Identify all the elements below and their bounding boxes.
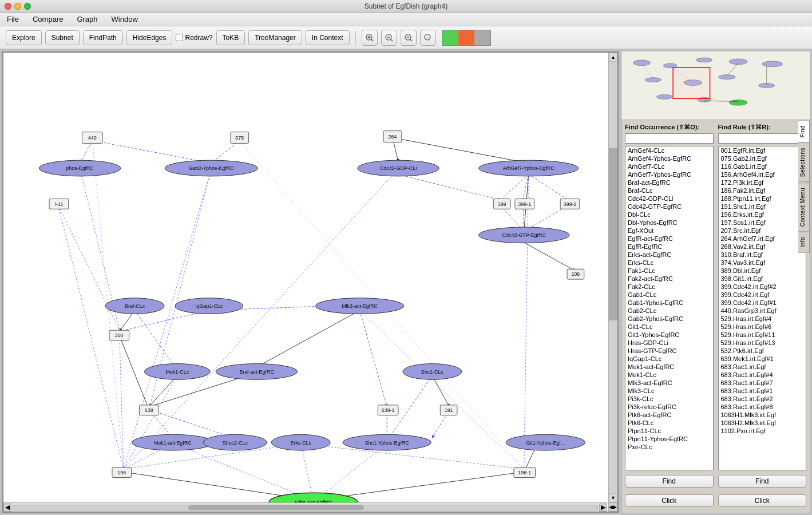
occurrence-list-item[interactable]: Gab1-Yphos-EgfRC (625, 299, 713, 307)
zoom-fit-button[interactable] (401, 30, 417, 46)
rule-list-item[interactable]: 532.Ptk6.irt.Egf (719, 347, 806, 355)
treemanager-button[interactable]: TreeManager (248, 30, 302, 45)
swatch-orange[interactable] (458, 30, 474, 45)
find-rule-input[interactable] (718, 133, 807, 144)
explore-button[interactable]: Explore (6, 30, 42, 45)
rule-list[interactable]: 001.EgfR.irt.Egf075.Gab2.irt.Egf116.Gab1… (718, 146, 807, 470)
rule-list-item[interactable]: 156.ArhGef4.irt.Egf (719, 171, 806, 179)
occurrence-list-item[interactable]: Hras-GTP-EgfRC (625, 347, 713, 355)
tab-selections[interactable]: Selections (798, 142, 810, 182)
window-controls[interactable] (5, 3, 31, 10)
rule-list-item[interactable]: 191.Shc1.irt.Egf (719, 203, 806, 211)
occurrence-list-item[interactable]: Braf-act-EgfRC (625, 179, 713, 187)
occurrence-list-item[interactable]: Ptpn11-Yphos-EgfRC (625, 435, 713, 443)
rule-list-item[interactable]: 1063H2.Mlk3.irt.Egf (719, 419, 806, 427)
swatch-green[interactable] (442, 30, 458, 45)
occurrence-list-item[interactable]: Fak1-CLc (625, 267, 713, 275)
zoom-in-button[interactable] (362, 30, 378, 46)
occurrence-list-item[interactable]: Mlk3-CLc (625, 387, 713, 395)
rule-list-item[interactable]: 683.Rac1.irt.Egf#2 (719, 395, 806, 403)
scroll-track-v[interactable] (609, 62, 617, 493)
tab-info[interactable]: Info (798, 232, 810, 253)
occurrence-list-item[interactable]: Cdc42-GTP-EgfRC (625, 203, 713, 211)
rule-list-item[interactable]: 207.Src.irt.Egf (719, 227, 806, 235)
occurrence-list-item[interactable]: Gab2-CLc (625, 307, 713, 315)
find-occurrence-button[interactable]: Find (625, 475, 714, 488)
scroll-thumb-v[interactable] (609, 148, 617, 321)
rule-list-item[interactable]: 529.Hras.irt.Egf#4 (719, 315, 806, 323)
findpath-button[interactable]: FindPath (83, 30, 123, 45)
occurrence-list-item[interactable]: Gab1-CLc (625, 291, 713, 299)
occurrence-list-item[interactable]: Git1-CLc (625, 323, 713, 331)
occurrence-list-item[interactable]: Dbl-CLc (625, 211, 713, 219)
occurrence-list-item[interactable]: Git1-Yphos-EgfRC (625, 331, 713, 339)
occurrence-list-item[interactable]: Mek1-act-EgfRC (625, 363, 713, 371)
rule-list-item[interactable]: 683.Rac1.irt.Egf#7 (719, 379, 806, 387)
menu-file[interactable]: File (5, 14, 21, 25)
occurrence-list[interactable]: ArhGef4-CLcArhGef4-Yphos-EgfRCArhGef7-CL… (625, 146, 714, 470)
find-occurrence-input[interactable] (625, 133, 714, 144)
rule-list-item[interactable]: 398.Git1.irt.Egf (719, 275, 806, 283)
rule-list-item[interactable]: 399.Cdc42.irt.Egf (719, 291, 806, 299)
menu-compare[interactable]: Compare (30, 14, 65, 25)
scroll-left-button[interactable]: ◀ (3, 504, 11, 512)
occurrence-list-item[interactable]: EgfR-EgfRC (625, 243, 713, 251)
rule-list-item[interactable]: 116.Gab1.irt.Egf (719, 163, 806, 171)
vertical-scrollbar[interactable]: ▲ ▼ (608, 53, 617, 502)
occurrence-list-item[interactable]: IqGap1-CLc (625, 355, 713, 363)
subnet-button[interactable]: Subnet (45, 30, 80, 45)
rule-list-item[interactable]: 399.Cdc42.irt.Egf#2 (719, 283, 806, 291)
occurrence-list-item[interactable]: Gab2-Yphos-EgfRC (625, 315, 713, 323)
rule-list-item[interactable]: 639.Mek1.irt.Egf#1 (719, 355, 806, 363)
minimize-button[interactable] (14, 3, 21, 10)
rule-list-item[interactable]: 264.ArhGef7.irt.Egf (719, 235, 806, 243)
tokb-button[interactable]: ToKB (216, 30, 245, 45)
rule-list-item[interactable]: 172.Pi3k.irt.Egf (719, 179, 806, 187)
scroll-right-button[interactable]: ▶ (599, 504, 607, 512)
rule-list-item[interactable]: 186.Fak2.irt.Egf (719, 187, 806, 195)
incontext-button[interactable]: In Context (306, 30, 350, 45)
rule-list-item[interactable]: 529.Hras.irt.Egf#13 (719, 339, 806, 347)
occurrence-list-item[interactable]: Cdc42-GDP-CLi (625, 195, 713, 203)
rule-list-item[interactable]: 683.Rac1.irt.Egf#4 (719, 371, 806, 379)
find-rule-button[interactable]: Find (718, 475, 807, 488)
menu-graph[interactable]: Graph (74, 14, 100, 25)
graph-area[interactable]: 440 075 264 phos-EgfRC Gab2-Yphos-EgfRC … (2, 52, 619, 513)
rule-list-item[interactable]: 310.Braf.irt.Egf (719, 251, 806, 259)
horizontal-scrollbar[interactable]: ◀ ▶ (3, 502, 607, 512)
occurrence-list-item[interactable]: Ptk6-CLc (625, 419, 713, 427)
rule-list-item[interactable]: 529.Hras.irt.Egf#6 (719, 323, 806, 331)
rule-list-item[interactable]: 683.Rac1.irt.Egf (719, 363, 806, 371)
occurrence-list-item[interactable]: ArhGef7-CLc (625, 163, 713, 171)
rule-list-item[interactable]: 197.Sos1.irt.Egf (719, 219, 806, 227)
occurrence-list-item[interactable]: EgfR-act-EgfRC (625, 235, 713, 243)
occurrence-list-item[interactable]: ArhGef4-CLc (625, 146, 713, 154)
occurrence-list-item[interactable]: ArhGef7-Yphos-EgfRC (625, 171, 713, 179)
click-rule-button[interactable]: Click (718, 494, 807, 507)
occurrence-list-item[interactable]: Mlk3-act-EgfRC (625, 379, 713, 387)
rule-list-item[interactable]: 1102.Pxn.irt.Egf (719, 427, 806, 435)
click-occurrence-button[interactable]: Click (625, 494, 714, 507)
occurrence-list-item[interactable]: Ptk6-act-EgfRC (625, 411, 713, 419)
rule-list-item[interactable]: 389.Dbl.irt.Egf (719, 267, 806, 275)
rule-list-item[interactable]: 1063H1.Mlk3.irt.Egf (719, 411, 806, 419)
scroll-down-button[interactable]: ▼ (609, 493, 617, 502)
swatch-gray[interactable] (474, 30, 490, 45)
maximize-button[interactable] (24, 3, 31, 10)
occurrence-list-item[interactable]: Braf-CLc (625, 187, 713, 195)
occurrence-list-item[interactable]: Fak2-act-EgfRC (625, 275, 713, 283)
occurrence-list-item[interactable]: ArhGef4-Yphos-EgfRC (625, 154, 713, 163)
redraw-checkbox[interactable] (176, 34, 183, 41)
rule-list-item[interactable]: 188.Ptpn11.irt.Egf (719, 195, 806, 203)
rule-list-item[interactable]: 440.RasGrp3.irt.Egf (719, 307, 806, 315)
rule-list-item[interactable]: 529.Hras.irt.Egf#11 (719, 331, 806, 339)
menu-window[interactable]: Window (109, 14, 140, 25)
zoom-reset-button[interactable]: ? (420, 30, 436, 46)
occurrence-list-item[interactable]: Egf-XOut (625, 227, 713, 235)
rule-list-item[interactable]: 001.EgfR.irt.Egf (719, 146, 806, 154)
tab-context-menu[interactable]: Context Menu (798, 183, 810, 232)
occurrence-list-item[interactable]: Fak2-CLc (625, 283, 713, 291)
occurrence-list-item[interactable]: Mek1-CLc (625, 371, 713, 379)
rule-list-item[interactable]: 683.Rac1.irt.Egf#8 (719, 403, 806, 411)
close-button[interactable] (5, 3, 11, 10)
